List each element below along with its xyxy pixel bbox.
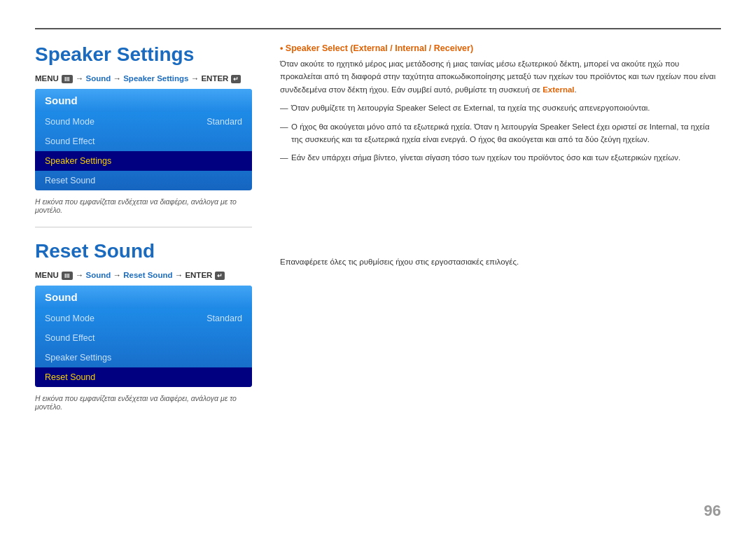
sound-menu-item-reset-1: Reset Sound — [35, 171, 252, 190]
dash-item-1: Όταν ρυθμίζετε τη λειτουργία Speaker Sel… — [280, 101, 721, 114]
internal-bold: Internal, — [650, 122, 679, 131]
sound-menu-item-speaker-1[interactable]: Speaker Settings — [35, 151, 252, 171]
reset-sound-section: Reset Sound MENU III → Sound → Reset Sou… — [35, 240, 252, 411]
arrow2: → — [113, 74, 123, 83]
speaker-settings-section: Speaker Settings MENU III → Sound → Spea… — [35, 43, 252, 214]
enter-label-2: ENTER — [185, 271, 214, 279]
sound-menu-1: Sound Sound Mode Standard Sound Effect S… — [35, 89, 252, 190]
page-number: 96 — [704, 502, 721, 520]
menu-path-2: MENU III → Sound → Reset Sound → ENTER ↵ — [35, 271, 252, 280]
sound-menu-2: Sound Sound Mode Standard Sound Effect S… — [35, 286, 252, 387]
arrow2-2: → — [113, 271, 123, 279]
sound-mode-label-2: Sound Mode — [45, 314, 94, 323]
menu-prefix: MENU — [35, 74, 59, 83]
external-label: External — [353, 43, 387, 53]
arrow1-2: → — [76, 271, 86, 279]
speaker-select-bold-2: Speaker Select — [540, 122, 594, 131]
menu-path-1: MENU III → Sound → Speaker Settings → EN… — [35, 74, 252, 83]
speaker-settings-link: Speaker Settings — [123, 74, 188, 83]
speaker-select-body: Όταν ακούτε το ηχητικό μέρος μιας μετάδο… — [280, 57, 721, 96]
reset-sound-label-1: Reset Sound — [45, 176, 95, 185]
speaker-select-bold-1: Speaker Select — [396, 104, 451, 112]
menu-icon-1: III — [62, 75, 73, 83]
dash-item-2: Ο ήχος θα ακούγεται μόνο από τα εξωτερικ… — [280, 120, 721, 146]
sound-menu-header-1: Sound — [35, 89, 252, 112]
reset-sound-link: Reset Sound — [123, 271, 172, 279]
right-column: Speaker Select (External / Internal / Re… — [280, 43, 721, 513]
enter-icon-1: ↵ — [231, 75, 241, 83]
speaker-select-info: Speaker Select (External / Internal / Re… — [280, 43, 721, 164]
sound-mode-value-1: Standard — [206, 117, 242, 127]
dash-item-3: Εάν δεν υπάρχει σήμα βίντεο, γίνεται σίγ… — [280, 151, 721, 164]
sound-mode-label-1: Sound Mode — [45, 117, 94, 127]
sound-menu-item-effect-2: Sound Effect — [35, 328, 252, 348]
sound-effect-label-2: Sound Effect — [45, 333, 94, 343]
sound-link-1: Sound — [86, 74, 111, 83]
internal-label: Internal — [395, 43, 426, 53]
sound-menu-item-mode-1: Sound Mode Standard — [35, 112, 252, 132]
sound-menu-header-2: Sound — [35, 286, 252, 309]
sound-menu-item-speaker-2: Speaker Settings — [35, 348, 252, 367]
speaker-select-title: Speaker Select (External / Internal / Re… — [280, 43, 721, 53]
menu-prefix-2: MENU — [35, 271, 59, 279]
reset-sound-label-2: Reset Sound — [45, 372, 95, 382]
speaker-settings-label-2: Speaker Settings — [45, 353, 111, 363]
external-highlight: External — [542, 85, 574, 94]
receiver-label: Receiver — [434, 43, 470, 53]
section-divider — [35, 227, 252, 227]
note-1: Η εικόνα που εμφανίζεται ενδέχεται να δι… — [35, 197, 252, 214]
left-column: Speaker Settings MENU III → Sound → Spea… — [35, 43, 252, 513]
sound-mode-value-2: Standard — [206, 314, 242, 323]
speaker-settings-title: Speaker Settings — [35, 43, 252, 66]
reset-sound-info: Επαναφέρετε όλες τις ρυθμίσεις ήχου στις… — [280, 255, 721, 268]
arrow3-2: → — [175, 271, 186, 279]
reset-sound-title: Reset Sound — [35, 240, 252, 262]
external-bold-1: External — [463, 104, 493, 112]
sound-menu-item-reset-2[interactable]: Reset Sound — [35, 367, 252, 387]
enter-label-1: ENTER — [201, 74, 230, 83]
sound-effect-label-1: Sound Effect — [45, 136, 94, 146]
enter-icon-2: ↵ — [215, 272, 225, 280]
speaker-settings-label-1: Speaker Settings — [45, 156, 111, 166]
sound-menu-item-mode-2: Sound Mode Standard — [35, 309, 252, 328]
top-divider — [35, 28, 721, 29]
sound-link-2: Sound — [86, 271, 111, 279]
menu-icon-2: III — [62, 272, 73, 280]
sound-menu-item-effect-1: Sound Effect — [35, 132, 252, 151]
reset-sound-body: Επαναφέρετε όλες τις ρυθμίσεις ήχου στις… — [280, 255, 721, 268]
note-2: Η εικόνα που εμφανίζεται ενδέχεται να δι… — [35, 394, 252, 411]
arrow3: → — [191, 74, 202, 83]
arrow1: → — [76, 74, 86, 83]
